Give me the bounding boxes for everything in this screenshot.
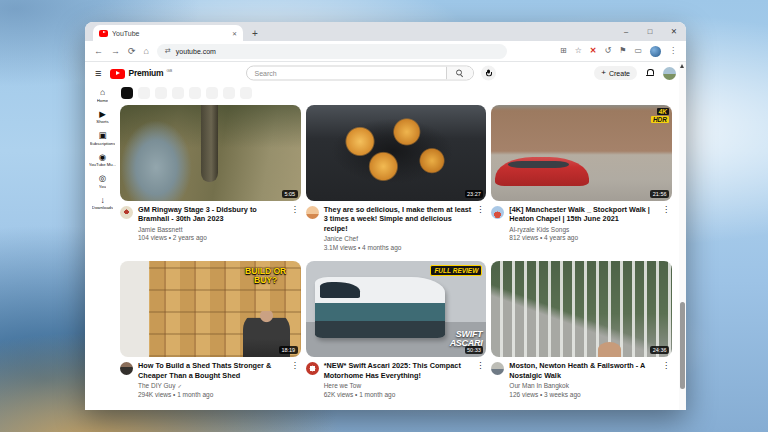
channel-avatar[interactable] [120,206,133,219]
split-screen-icon[interactable]: ⊞ [560,47,567,55]
channel-avatar[interactable] [491,362,504,375]
search-button[interactable] [446,67,473,80]
search-icon [456,69,464,77]
video-menu-icon[interactable]: ⋮ [476,206,484,252]
video-meta-row: GM Ringway Stage 3 - Didsbury to Bramhal… [120,201,301,243]
header-right: + Create [594,66,676,80]
video-card[interactable]: 23:27 They are so delicious, I make them… [306,105,487,252]
video-menu-icon[interactable]: ⋮ [291,362,299,399]
sidebar-item[interactable]: ▣ Subscriptions [85,131,120,146]
filter-chip[interactable] [223,87,235,99]
notifications-bell-icon[interactable] [646,69,654,78]
video-stats: 62K views • 1 month ago [324,391,472,399]
sidebar-item[interactable]: ▶ Shorts [85,110,120,125]
filter-chip[interactable] [240,87,252,99]
browser-home-icon[interactable]: ⌂ [144,47,149,56]
filter-chip[interactable] [172,87,184,99]
back-icon[interactable]: ← [94,47,103,56]
video-menu-icon[interactable]: ⋮ [662,362,670,399]
page-body: ⌂ Home ▶ Shorts ▣ Subscriptions ◉ YouTub… [85,84,686,410]
device-icon[interactable]: ▭ [634,47,642,55]
search-placeholder: Search [247,70,446,77]
video-menu-icon[interactable]: ⋮ [662,206,670,243]
video-thumbnail[interactable]: BUILD OR BUY? 18:19 [120,261,301,357]
filter-chip[interactable] [138,87,150,99]
channel-name[interactable]: Al-ryzale Kids Songs [509,226,657,234]
microphone-icon [486,69,491,77]
site-info-icon[interactable]: ⇄ [165,47,171,55]
sidebar-item[interactable]: ◉ YouTube Mu... [85,153,120,168]
voice-search-button[interactable] [481,66,496,81]
channel-avatar[interactable] [306,362,319,375]
video-thumbnail[interactable]: 5:05 [120,105,301,201]
channel-name[interactable]: Our Man In Bangkok [509,382,657,390]
youtube-music-icon: ◉ [99,153,106,162]
youtube-premium-logo[interactable]: Premium GB [110,68,172,79]
browser-profile-avatar[interactable] [650,46,661,57]
channel-avatar[interactable] [306,206,319,219]
filter-chip[interactable] [189,87,201,99]
video-card[interactable]: BUILD OR BUY? 18:19 How To Build a Shed … [120,261,301,399]
new-tab-icon[interactable]: + [252,29,258,39]
maximize-button[interactable]: □ [638,22,662,41]
logo-region: GB [166,68,172,73]
desktop-wallpaper: YouTube ✕ + – □ ✕ ← → ⟳ ⌂ ⇄ youtube.com … [0,0,768,432]
bookmark-star-icon[interactable]: ☆ [575,47,582,55]
video-duration: 24:36 [650,346,669,354]
channel-name[interactable]: Jamie Bassnett [138,226,286,234]
video-card[interactable]: 24:36 Moston, Newton Heath & Failsworth … [491,261,672,399]
video-thumbnail[interactable]: 23:27 [306,105,487,201]
video-title[interactable]: Moston, Newton Heath & Failsworth - A No… [509,361,657,380]
channel-avatar[interactable] [491,206,504,219]
address-bar[interactable]: ⇄ youtube.com [157,44,507,59]
search-input[interactable]: Search [246,66,474,81]
video-title[interactable]: [4K] Manchester Walk _ Stockport Walk | … [509,205,657,224]
sidebar-item[interactable]: ⌂ Home [85,88,120,103]
video-menu-icon[interactable]: ⋮ [476,362,484,399]
reload-icon[interactable]: ⟳ [128,47,136,56]
channel-name[interactable]: Here we Tow [324,382,472,390]
video-title[interactable]: They are so delicious, I make them at le… [324,205,472,233]
youtube-favicon [99,30,108,37]
collections-icon[interactable]: ⚑ [619,47,626,55]
sidebar-item[interactable]: ↓ Downloads [85,196,120,211]
video-card[interactable]: 4KHDR 21:56 [4K] Manchester Walk _ Stock… [491,105,672,252]
video-thumbnail[interactable]: 24:36 [491,261,672,357]
create-button[interactable]: + Create [594,66,637,80]
verified-check-icon: ✓ [177,383,182,389]
browser-tab[interactable]: YouTube ✕ [93,25,243,41]
channel-name[interactable]: The DIY Guy✓ [138,382,286,390]
extension-red-icon[interactable]: ✕ [590,47,597,55]
sidebar-item[interactable]: ◎ You [85,174,120,189]
quality-badges: 4KHDR [651,108,669,123]
video-meta-row: They are so delicious, I make them at le… [306,201,487,252]
youtube-logo-icon [110,69,125,79]
filter-chip[interactable] [121,87,133,99]
video-card[interactable]: 5:05 GM Ringway Stage 3 - Didsbury to Br… [120,105,301,252]
hamburger-icon[interactable]: ≡ [95,67,101,79]
video-menu-icon[interactable]: ⋮ [291,206,299,243]
menu-kebab-icon[interactable]: ⋮ [669,47,677,55]
page-scrollbar[interactable] [679,62,686,410]
history-icon[interactable]: ↺ [605,47,612,55]
video-thumbnail[interactable]: FULL REVIEW SWIFT ASCARI 50:33 [306,261,487,357]
filter-chip[interactable] [206,87,218,99]
video-thumbnail[interactable]: 4KHDR 21:56 [491,105,672,201]
close-button[interactable]: ✕ [662,22,686,41]
video-title[interactable]: GM Ringway Stage 3 - Didsbury to Bramhal… [138,205,286,224]
scrollbar-thumb[interactable] [680,302,685,389]
url-text: youtube.com [176,48,216,55]
channel-name[interactable]: Janice Chef [324,235,472,243]
channel-avatar[interactable] [120,362,133,375]
video-card[interactable]: FULL REVIEW SWIFT ASCARI 50:33 *NEW* Swi… [306,261,487,399]
video-title[interactable]: How To Build a Shed Thats Stronger & Che… [138,361,286,380]
filter-chip[interactable] [155,87,167,99]
account-avatar[interactable] [663,67,676,80]
video-title[interactable]: *NEW* Swift Ascari 2025: This Compact Mo… [324,361,472,380]
thumbnail-text: BUILD OR BUY? [236,267,296,285]
forward-icon[interactable]: → [111,47,120,56]
minimize-button[interactable]: – [614,22,638,41]
scroll-up-icon[interactable] [680,64,684,68]
tab-close-icon[interactable]: ✕ [232,30,237,37]
video-duration: 21:56 [650,190,669,198]
